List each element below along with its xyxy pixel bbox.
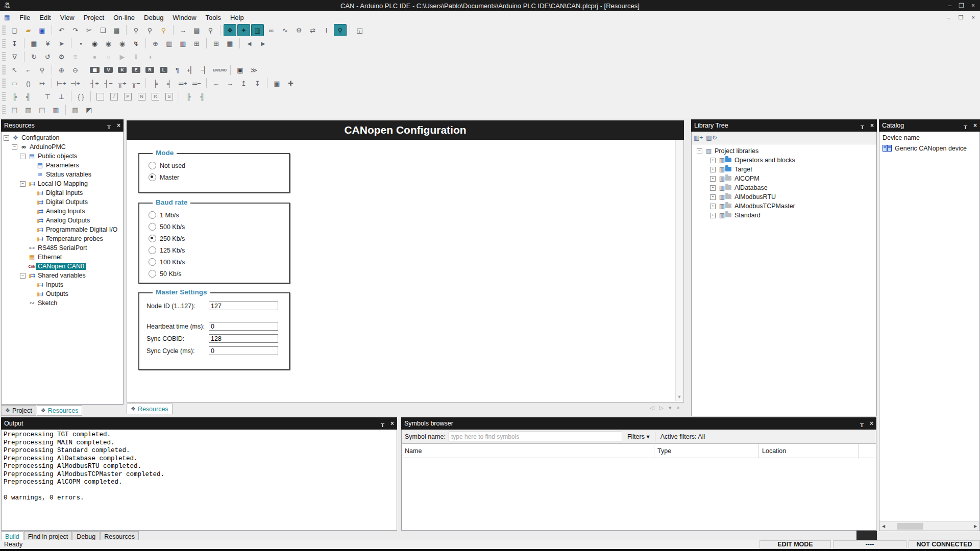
close-document-icon[interactable]: ×: [677, 405, 680, 411]
tab-resources[interactable]: ❖Resources: [37, 405, 83, 416]
collapse-icon[interactable]: −: [20, 181, 26, 187]
menu-file[interactable]: File: [15, 12, 35, 23]
rung-view-1-button[interactable]: ▤: [8, 104, 21, 116]
new-object-button[interactable]: ✚: [284, 77, 297, 89]
radio-unchecked-icon[interactable]: [149, 258, 156, 266]
find-button[interactable]: ⚲: [130, 24, 142, 36]
hot-restart-button[interactable]: ◉: [116, 37, 129, 49]
zoom-in-button[interactable]: ⊕: [55, 64, 68, 76]
baud-option-250-kb-s[interactable]: 250 Kb/s: [149, 234, 289, 243]
expand-icon[interactable]: +: [710, 204, 716, 209]
record-button[interactable]: ●: [88, 51, 101, 63]
n-box-button[interactable]: N: [135, 90, 148, 103]
replace-button[interactable]: ⚲: [143, 24, 156, 36]
simulation-mode-button[interactable]: ➤: [55, 37, 68, 49]
toolbar-grip[interactable]: [2, 92, 6, 101]
expand-icon[interactable]: +: [710, 213, 716, 218]
close-icon[interactable]: ×: [870, 122, 874, 129]
tree-item-canopen-can0[interactable]: CANCANopen CAN0: [2, 262, 123, 271]
menu-window[interactable]: Window: [168, 12, 201, 23]
scroll-down-icon[interactable]: ▼: [676, 393, 683, 401]
comment-block-button[interactable]: ¶: [171, 64, 184, 76]
simulation-button[interactable]: ∇: [8, 51, 21, 63]
negated-box-button[interactable]: /: [108, 90, 120, 103]
parallel-plus-button[interactable]: ╥+: [116, 77, 129, 89]
expand-icon[interactable]: +: [710, 158, 716, 163]
continue-button[interactable]: ▶: [116, 51, 129, 63]
tab-project[interactable]: ❖Project: [1, 405, 36, 416]
tree-item-temperature-probes[interactable]: ▮⇉Temperature probes: [2, 234, 123, 243]
radio-unchecked-icon[interactable]: [149, 270, 156, 278]
breakpoint-button[interactable]: ○: [102, 51, 115, 63]
tree-item-aldatabase[interactable]: +▥AlDatabase: [692, 183, 876, 192]
en-eno-toggle-button[interactable]: EN/ENO: [212, 64, 227, 76]
table-view-button[interactable]: ▦: [224, 37, 236, 49]
live-debug-button[interactable]: ↻: [28, 51, 40, 63]
mdi-restore-button[interactable]: ❐: [959, 14, 964, 21]
remove-pin-button[interactable]: −▏: [199, 64, 211, 76]
step-in-button[interactable]: ⇓: [130, 51, 142, 63]
radio-checked-icon[interactable]: [149, 173, 156, 181]
open-button[interactable]: ▰: [22, 24, 35, 36]
expand-icon[interactable]: +: [710, 185, 716, 191]
menu-view[interactable]: View: [56, 12, 79, 23]
zoom-tool-button[interactable]: ⚲: [36, 64, 48, 76]
menu-project[interactable]: Project: [79, 12, 109, 23]
tree-item-almodbustcpmaster[interactable]: +▥AlModbusTCPMaster: [692, 202, 876, 211]
baud-option-125-kb-s[interactable]: 125 Kb/s: [149, 246, 289, 255]
select-pointer-button[interactable]: ↖: [8, 64, 21, 76]
connect-button[interactable]: ▦: [28, 37, 40, 49]
mode-option-master[interactable]: Master: [149, 173, 289, 182]
close-button[interactable]: ×: [971, 2, 975, 9]
collapse-icon[interactable]: −: [20, 154, 26, 159]
move-left-button[interactable]: ←: [210, 77, 223, 89]
coil-box-button[interactable]: [94, 90, 107, 103]
insert-below-button[interactable]: ↧: [251, 77, 264, 89]
rung-view-2-button[interactable]: ▥: [22, 104, 35, 116]
tree-item-alcopm[interactable]: +▥AlCOPM: [692, 174, 876, 183]
close-icon[interactable]: ×: [117, 122, 120, 129]
filters-button[interactable]: Filters ▾: [627, 433, 650, 440]
baud-option-50-kb-s[interactable]: 50 Kb/s: [149, 269, 289, 278]
series-minus-button[interactable]: ┤−: [102, 77, 115, 89]
tool-window-button[interactable]: ✦: [237, 24, 250, 36]
tree-item-almodbusrtu[interactable]: +▥AlModbusRTU: [692, 192, 876, 202]
tree-item-programmable-digital-i-o[interactable]: ▮⇉Programmable Digital I/O: [2, 225, 123, 234]
return-block-button[interactable]: R: [143, 64, 156, 76]
radio-unchecked-icon[interactable]: [149, 246, 156, 254]
tree-item-analog-outputs[interactable]: ▮⇉Analog Outputs: [2, 216, 123, 225]
library-window-button[interactable]: ▥: [251, 24, 264, 36]
paste-object-button[interactable]: ▣: [271, 77, 283, 89]
rung-plus-button[interactable]: ═+: [177, 77, 189, 89]
end-rail-button[interactable]: ╢: [196, 90, 209, 103]
menu-help[interactable]: Help: [226, 12, 249, 23]
close-icon[interactable]: ×: [390, 420, 394, 427]
network-before-button[interactable]: ╠: [8, 90, 21, 103]
tree-item-digital-inputs[interactable]: ▮⇉Digital Inputs: [2, 188, 123, 197]
contact-before-button[interactable]: ⊢+: [55, 77, 68, 89]
field-input[interactable]: [209, 346, 278, 355]
toolbar-grip[interactable]: [2, 105, 6, 114]
column-in-button[interactable]: ▥: [163, 37, 176, 49]
expression-block-button[interactable]: E: [130, 64, 142, 76]
rung-minus-button[interactable]: ═−: [190, 77, 203, 89]
go-to-button[interactable]: →: [177, 24, 189, 36]
rung-view-4-button[interactable]: ▥: [50, 104, 62, 116]
stop-plc-button[interactable]: ▪: [75, 37, 87, 49]
label-block-button[interactable]: L: [157, 64, 170, 76]
tree-item-rs485-serialport[interactable]: ⊷RS485 SerialPort: [2, 243, 123, 253]
toolbar-grip[interactable]: [2, 65, 6, 74]
tree-item-public-objects[interactable]: −▤Public objects: [2, 152, 123, 161]
baud-option-1-mb-s[interactable]: 1 Mb/s: [149, 211, 289, 219]
full-screen-button[interactable]: ◱: [353, 24, 366, 36]
parallel-minus-button[interactable]: ╥−: [130, 77, 142, 89]
move-right-button[interactable]: →: [224, 77, 236, 89]
find-in-project-button[interactable]: ⚲: [157, 24, 170, 36]
reset-debug-button[interactable]: ↺: [41, 51, 54, 63]
menu-edit[interactable]: Edit: [35, 12, 55, 23]
new-coil-button[interactable]: (): [22, 77, 35, 89]
tree-item-shared-variables[interactable]: −▮⇉Shared variables: [2, 271, 123, 280]
insert-above-button[interactable]: ↥: [237, 77, 250, 89]
zoom-out-button[interactable]: ⊖: [69, 64, 82, 76]
toolbar-grip[interactable]: [2, 26, 6, 35]
